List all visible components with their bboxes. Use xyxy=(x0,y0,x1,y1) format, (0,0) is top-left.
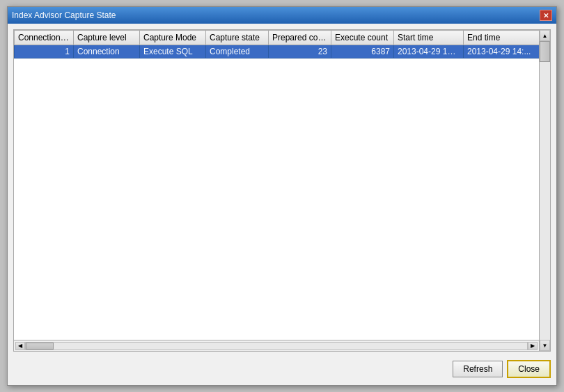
window-title: Index Advisor Capture State xyxy=(12,10,116,20)
col-header-end-time: End time xyxy=(464,31,540,45)
h-scroll-left-arrow[interactable]: ◀ xyxy=(15,342,25,350)
table-container: Connection ID Capture level Capture Mode… xyxy=(13,29,551,352)
col-header-start-time: Start time xyxy=(394,31,464,45)
refresh-button[interactable]: Refresh xyxy=(453,361,503,377)
table-scroll-area: Connection ID Capture level Capture Mode… xyxy=(14,30,550,351)
col-header-capture-state: Capture state xyxy=(206,31,269,45)
v-scroll-up-arrow[interactable]: ▲ xyxy=(540,30,550,41)
title-bar-buttons: ✕ xyxy=(540,10,552,21)
h-scroll-right-arrow[interactable]: ▶ xyxy=(528,342,538,350)
col-header-execute-count: Execute count xyxy=(331,31,394,45)
cell-capture-mode: Execute SQL xyxy=(140,45,206,58)
window-close-button[interactable]: ✕ xyxy=(540,10,552,21)
cell-capture-level: Connection xyxy=(74,45,140,58)
col-header-connection-id: Connection ID xyxy=(15,31,74,45)
v-scroll-thumb[interactable] xyxy=(540,41,550,62)
table-inner: Connection ID Capture level Capture Mode… xyxy=(14,30,539,351)
v-scroll-track[interactable] xyxy=(540,41,550,340)
cell-execute-count: 6387 xyxy=(331,45,394,58)
h-scroll-thumb[interactable] xyxy=(26,343,54,350)
data-table: Connection ID Capture level Capture Mode… xyxy=(14,30,539,58)
cell-prepared-count: 23 xyxy=(269,45,331,58)
bottom-bar: Refresh Close xyxy=(13,357,551,379)
content-area: Connection ID Capture level Capture Mode… xyxy=(8,24,556,385)
close-button[interactable]: Close xyxy=(507,360,551,378)
col-header-capture-mode: Capture Mode xyxy=(140,31,206,45)
horizontal-scrollbar[interactable]: ◀ ▶ xyxy=(14,340,539,351)
table-wrapper[interactable]: Connection ID Capture level Capture Mode… xyxy=(14,30,539,340)
col-header-prepared-count: Prepared count xyxy=(269,31,331,45)
table-header: Connection ID Capture level Capture Mode… xyxy=(15,31,540,45)
main-window: Index Advisor Capture State ✕ Connection… xyxy=(7,6,557,386)
cell-start-time: 2013-04-29 10:... xyxy=(394,45,464,58)
h-scroll-track[interactable] xyxy=(25,342,528,350)
col-header-capture-level: Capture level xyxy=(74,31,140,45)
cell-connection-id: 1 xyxy=(15,45,74,58)
table-body: 1 Connection Execute SQL Completed 23 63… xyxy=(15,45,540,58)
table-row[interactable]: 1 Connection Execute SQL Completed 23 63… xyxy=(15,45,540,58)
cell-capture-state: Completed xyxy=(206,45,269,58)
title-bar: Index Advisor Capture State ✕ xyxy=(8,7,556,24)
vertical-scrollbar[interactable]: ▲ ▼ xyxy=(539,30,550,351)
v-scroll-down-arrow[interactable]: ▼ xyxy=(540,340,550,351)
cell-end-time: 2013-04-29 14:... xyxy=(464,45,540,58)
